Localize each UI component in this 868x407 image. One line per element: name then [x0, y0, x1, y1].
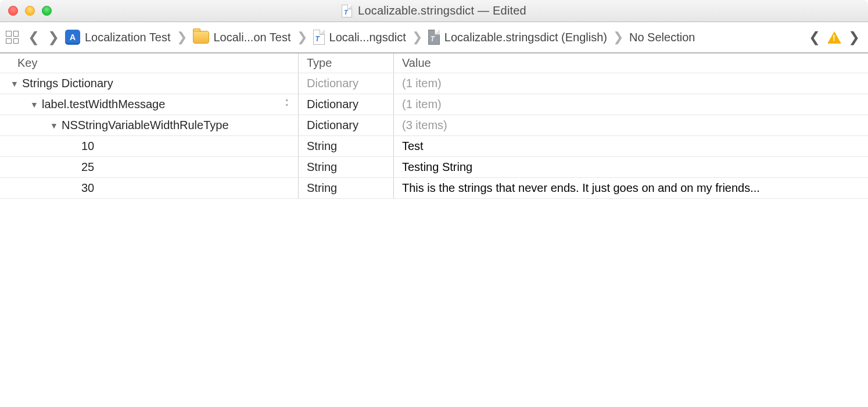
chevron-right-icon: ❯ — [174, 30, 189, 45]
history-forward-button[interactable]: ❯ — [45, 29, 62, 45]
traffic-lights — [0, 6, 52, 16]
value-cell[interactable]: (1 item) — [394, 73, 868, 94]
key-cell[interactable]: ▼Strings Dictionary — [0, 73, 299, 94]
breadcrumb-project[interactable]: Localization Test — [65, 30, 171, 45]
table-row[interactable]: ▼NSStringVariableWidthRuleTypeDictionary… — [0, 115, 868, 136]
history-back-button[interactable]: ❮ — [26, 29, 42, 45]
jump-bar: ❮ ❯ Localization Test ❯ Locali...on Test… — [0, 22, 868, 53]
value-cell[interactable]: Testing String — [394, 157, 868, 177]
table-row[interactable]: ▼Strings DictionaryDictionary(1 item) — [0, 73, 868, 94]
minimize-button[interactable] — [25, 6, 35, 16]
stringsdict-file-icon — [313, 30, 325, 45]
issues-prev-button[interactable]: ❮ — [806, 29, 823, 45]
breadcrumb-label: No Selection — [629, 31, 695, 44]
value-cell[interactable]: (3 items) — [394, 115, 868, 135]
column-header-key[interactable]: Key — [0, 53, 299, 73]
breadcrumb-localization[interactable]: Localizable.stringsdict (English) — [428, 30, 607, 45]
key-label: label.testWidthMessage — [42, 98, 165, 111]
breadcrumb-label: Locali...ngsdict — [329, 31, 406, 44]
table-header: Key Type Value — [0, 53, 868, 73]
window-title: Localizable.stringsdict — Edited — [342, 4, 526, 17]
breadcrumb-label: Localizable.stringsdict (English) — [444, 31, 607, 44]
chevron-right-icon: ❯ — [611, 30, 626, 45]
type-cell[interactable]: String — [299, 136, 394, 156]
plist-rows: ▼Strings DictionaryDictionary(1 item)▼la… — [0, 73, 868, 199]
disclosure-triangle-icon[interactable]: ▼ — [30, 100, 38, 109]
value-cell[interactable]: This is the strings that never ends. It … — [394, 178, 868, 198]
issues-next-button[interactable]: ❯ — [846, 29, 862, 45]
key-label: NSStringVariableWidthRuleType — [62, 119, 229, 132]
key-cell[interactable]: ▼25 — [0, 157, 299, 177]
key-cell[interactable]: ▼label.testWidthMessage˄˅ — [0, 94, 299, 115]
type-cell[interactable]: Dictionary — [299, 73, 394, 94]
type-cell[interactable]: Dictionary — [299, 115, 394, 135]
breadcrumb-selection[interactable]: No Selection — [629, 31, 695, 44]
type-cell[interactable]: String — [299, 157, 394, 177]
folder-icon — [193, 31, 209, 44]
close-button[interactable] — [8, 6, 18, 16]
breadcrumb-file[interactable]: Locali...ngsdict — [313, 30, 406, 45]
project-icon — [65, 30, 80, 45]
value-cell[interactable]: (1 item) — [394, 94, 868, 115]
key-cell[interactable]: ▼NSStringVariableWidthRuleType — [0, 115, 299, 135]
warning-icon[interactable] — [827, 31, 841, 44]
window-title-text: Localizable.stringsdict — Edited — [358, 4, 526, 17]
table-row[interactable]: ▼25StringTesting String — [0, 157, 868, 178]
maximize-button[interactable] — [42, 6, 52, 16]
key-cell[interactable]: ▼30 — [0, 178, 299, 198]
localized-file-icon — [428, 30, 440, 45]
table-row[interactable]: ▼label.testWidthMessage˄˅Dictionary(1 it… — [0, 94, 868, 115]
breadcrumb-label: Localization Test — [85, 31, 171, 44]
related-items-icon[interactable] — [6, 31, 19, 44]
value-cell[interactable]: Test — [394, 136, 868, 156]
breadcrumb-label: Locali...on Test — [214, 31, 291, 44]
chevron-right-icon: ❯ — [295, 30, 310, 45]
disclosure-triangle-icon[interactable]: ▼ — [10, 79, 19, 88]
type-cell[interactable]: Dictionary — [299, 94, 394, 115]
table-row[interactable]: ▼10StringTest — [0, 136, 868, 157]
type-cell[interactable]: String — [299, 178, 394, 198]
disclosure-triangle-icon[interactable]: ▼ — [50, 121, 58, 130]
breadcrumb-folder[interactable]: Locali...on Test — [193, 31, 291, 44]
key-label: 25 — [81, 160, 94, 174]
titlebar: Localizable.stringsdict — Edited — [0, 0, 868, 22]
key-label: 30 — [81, 181, 94, 195]
key-stepper[interactable]: ˄˅ — [283, 100, 291, 109]
table-row[interactable]: ▼30StringThis is the strings that never … — [0, 178, 868, 199]
chevron-right-icon: ❯ — [410, 30, 425, 45]
key-label: 10 — [81, 140, 94, 153]
key-label: Strings Dictionary — [22, 77, 113, 90]
key-cell[interactable]: ▼10 — [0, 136, 299, 156]
column-header-value[interactable]: Value — [394, 53, 868, 73]
document-icon — [342, 5, 352, 17]
column-header-type[interactable]: Type — [299, 53, 394, 73]
